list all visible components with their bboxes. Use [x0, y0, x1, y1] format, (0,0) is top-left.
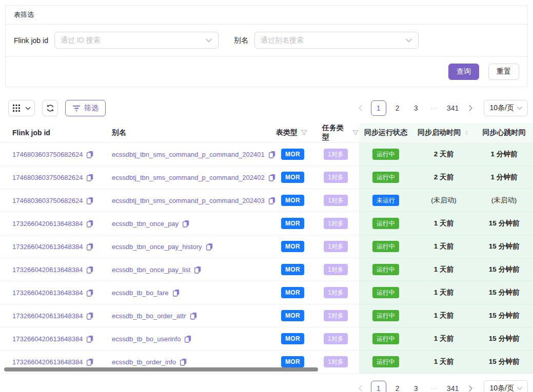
page-button-2[interactable]: 2: [390, 381, 405, 392]
copy-icon: [268, 197, 276, 204]
alias-cell: ecssdb_tb_bo_userinfo: [112, 327, 276, 350]
sync-start-cell: 2 天前: [412, 143, 475, 166]
query-button[interactable]: 查询: [448, 64, 479, 80]
table-row[interactable]: 1746803603750682624 ecssdbtj_tbn_sms_com…: [0, 166, 533, 189]
reset-button[interactable]: 重置: [488, 64, 519, 80]
alias-link[interactable]: ecssdb_tb_order_info: [112, 358, 176, 366]
job-id-select[interactable]: 通过 ID 搜索: [54, 32, 219, 49]
copy-icon[interactable]: [86, 151, 94, 158]
copy-icon[interactable]: [86, 335, 94, 343]
prev-page-button[interactable]: [354, 381, 367, 392]
filter-button[interactable]: 筛选: [65, 100, 106, 116]
copy-icon[interactable]: [86, 243, 94, 251]
copy-icon[interactable]: [86, 220, 94, 228]
table-row[interactable]: 1732660420613648384 ecssdb_tbn_once_pay_…: [0, 258, 533, 281]
column-header-sync-start[interactable]: 同步启动时间: [412, 123, 475, 142]
alias-link[interactable]: ecssdb_tbn_once_pay_list: [112, 266, 190, 274]
column-settings-button[interactable]: [8, 100, 35, 116]
column-header-alias[interactable]: 别名: [112, 123, 276, 142]
copy-icon: [86, 243, 94, 251]
filter-funnel-icon[interactable]: [300, 129, 308, 136]
page-button-last[interactable]: 341: [446, 101, 460, 115]
refresh-button[interactable]: [42, 100, 58, 116]
page-size-select[interactable]: 10条/页: [484, 380, 528, 392]
table-row[interactable]: 1746803603750682624 ecssdbtj_tbn_sms_com…: [0, 143, 533, 166]
job-id-link[interactable]: 1746803603750682624: [12, 151, 83, 158]
copy-icon[interactable]: [268, 151, 276, 158]
copy-icon[interactable]: [86, 266, 94, 274]
column-header-sync-status[interactable]: 同步运行状态: [359, 123, 412, 142]
column-header-sync-heartbeat[interactable]: 同步心跳时间: [475, 123, 533, 142]
column-header-table-type[interactable]: 表类型: [276, 123, 322, 142]
page-button-3[interactable]: 3: [409, 101, 423, 115]
chevron-down-icon: [205, 36, 213, 45]
page-button-last[interactable]: 341: [446, 381, 460, 392]
copy-icon[interactable]: [172, 289, 180, 297]
table-row[interactable]: 1732660420613648384 ecssdb_tb_bo_fare MO…: [0, 281, 533, 304]
table-type-cell: MOR: [276, 189, 322, 212]
table-row[interactable]: 1732660420613648384 ecssdb_tb_bo_userinf…: [0, 327, 533, 350]
alias-link[interactable]: ecssdbtj_tbn_sms_command_p_command_20240…: [112, 151, 265, 158]
copy-icon[interactable]: [86, 289, 94, 297]
copy-icon[interactable]: [184, 335, 192, 343]
chevron-left-icon: [357, 104, 365, 112]
column-header-task-type[interactable]: 任务类型: [322, 123, 359, 142]
copy-icon[interactable]: [190, 312, 198, 320]
job-id-link[interactable]: 1732660420613648384: [12, 312, 83, 320]
alias-link[interactable]: ecssdbtj_tbn_sms_command_p_command_20240…: [112, 174, 265, 181]
copy-icon[interactable]: [86, 312, 94, 320]
job-id-link[interactable]: 1732660420613648384: [12, 335, 83, 343]
alias-link[interactable]: ecssdb_tbn_once_pay_history: [112, 243, 202, 251]
alias-link[interactable]: ecssdb_tb_bo_fare: [112, 289, 169, 297]
page-button-1[interactable]: 1: [371, 100, 386, 116]
filter-funnel-icon[interactable]: [352, 129, 359, 136]
page-ellipsis[interactable]: ···: [427, 381, 442, 392]
bottom-bar: 1 2 3 ··· 341 10条/页: [5, 380, 528, 392]
prev-page-button[interactable]: [354, 101, 367, 115]
copy-icon: [190, 312, 198, 320]
alias-link[interactable]: ecssdb_tbn_once_pay: [112, 220, 179, 228]
copy-icon[interactable]: [86, 358, 94, 366]
task-type-badge: 1对多: [324, 310, 348, 321]
alias-link[interactable]: ecssdbtj_tbn_sms_command_p_command_20240…: [112, 197, 265, 204]
table-row[interactable]: 1732660420613648384 ecssdb_tbn_once_pay …: [0, 212, 533, 235]
page-button-3[interactable]: 3: [409, 381, 423, 392]
alias-link[interactable]: ecssdb_tb_bo_order_attr: [112, 312, 186, 320]
copy-icon[interactable]: [180, 358, 187, 366]
column-header-job-id[interactable]: Flink job id: [0, 123, 112, 142]
sorter-icon[interactable]: [463, 130, 470, 136]
job-id-link[interactable]: 1732660420613648384: [12, 266, 83, 274]
table-type-badge: MOR: [281, 218, 304, 229]
task-type-badge: 1对多: [324, 149, 348, 160]
table-row[interactable]: 1732660420613648384 ecssdb_tbn_once_pay_…: [0, 235, 533, 258]
page-button-2[interactable]: 2: [390, 101, 405, 115]
sync-heartbeat-cell: 15 分钟前: [475, 258, 533, 281]
copy-icon: [86, 358, 94, 366]
job-id-link[interactable]: 1732660420613648384: [12, 243, 83, 251]
copy-icon[interactable]: [268, 197, 276, 204]
alias-link[interactable]: ecssdb_tb_bo_userinfo: [112, 335, 181, 343]
copy-icon[interactable]: [206, 243, 213, 251]
job-id-link[interactable]: 1746803603750682624: [12, 174, 83, 181]
table-row[interactable]: 1746803603750682624 ecssdbtj_tbn_sms_com…: [0, 189, 533, 212]
job-id-select-placeholder: 通过 ID 搜索: [61, 36, 101, 45]
page-ellipsis[interactable]: ···: [427, 101, 442, 115]
copy-icon[interactable]: [268, 174, 276, 181]
job-id-link[interactable]: 1732660420613648384: [12, 220, 83, 228]
copy-icon[interactable]: [86, 197, 94, 204]
sync-start-cell: 1 天前: [412, 327, 475, 350]
table-row[interactable]: 1732660420613648384 ecssdb_tb_bo_order_a…: [0, 304, 533, 327]
alias-cell: ecssdb_tbn_once_pay_list: [112, 258, 276, 281]
horizontal-scrollbar[interactable]: [4, 367, 318, 372]
next-page-button[interactable]: [464, 101, 477, 115]
page-button-1[interactable]: 1: [371, 381, 386, 392]
next-page-button[interactable]: [464, 381, 477, 392]
job-id-link[interactable]: 1732660420613648384: [12, 289, 83, 297]
copy-icon[interactable]: [182, 220, 190, 228]
copy-icon[interactable]: [194, 266, 202, 274]
job-id-link[interactable]: 1746803603750682624: [12, 197, 83, 204]
job-id-link[interactable]: 1732660420613648384: [12, 358, 83, 366]
alias-select[interactable]: 通过别名搜索: [254, 32, 419, 49]
page-size-select[interactable]: 10条/页: [484, 100, 528, 116]
copy-icon[interactable]: [86, 174, 94, 181]
